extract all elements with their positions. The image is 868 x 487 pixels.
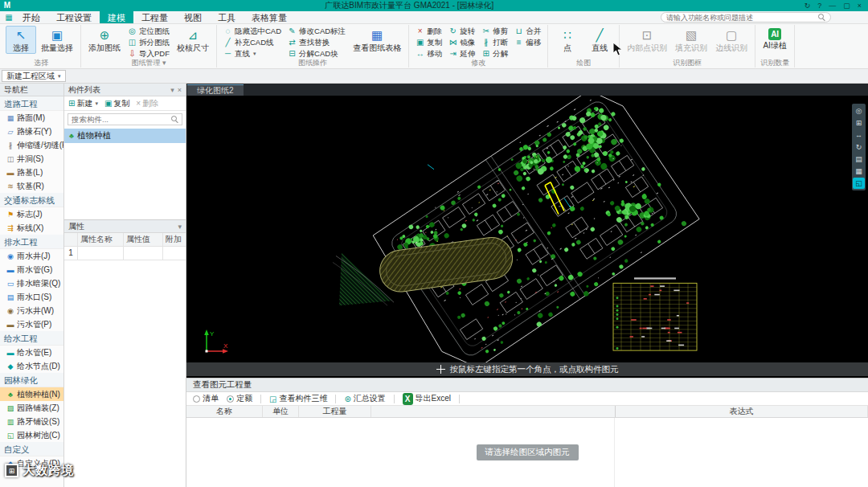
column-header: 属性值 (124, 233, 163, 246)
batch-select-button[interactable]: ▣批量选择 (38, 26, 76, 54)
component-search-input[interactable] (72, 115, 171, 124)
drawing-tab[interactable]: 绿化图纸2 (187, 84, 244, 96)
line-tool-button[interactable]: ╱直线 (584, 26, 615, 54)
nav-item[interactable]: ▬给水管(E) (0, 346, 63, 359)
summary-settings-button[interactable]: ⊛汇总设置 (344, 393, 385, 404)
nav-section-title[interactable]: 道路工程 (0, 96, 63, 111)
nav-item[interactable]: ▱路缘石(Y) (0, 125, 63, 138)
new-region-button[interactable]: 新建工程区域▾ (2, 70, 66, 82)
rotate-button[interactable]: ↻旋转 (446, 26, 477, 37)
line-button[interactable]: ─直线▾ (221, 48, 284, 59)
pin-icon[interactable]: ▾ (170, 86, 174, 94)
locate-drawing-button[interactable]: ◎定位图纸 (125, 26, 172, 37)
copy-button[interactable]: ▣复制 (413, 37, 444, 48)
refresh-icon[interactable]: ↻ (805, 0, 811, 11)
nav-item[interactable]: ⚑标志(J) (0, 207, 63, 221)
nav-item[interactable]: ◉雨水井(J) (0, 249, 63, 263)
app-menu-icon[interactable]: ▦ (3, 13, 14, 22)
export-excel-button[interactable]: X导出Excel (403, 393, 451, 405)
property-row[interactable]: 1 (64, 247, 186, 260)
edit-cad-label-button[interactable]: ✎修改CAD标注 (285, 26, 348, 37)
nav-section-title[interactable]: 园林绿化 (0, 373, 63, 387)
nav-item[interactable]: ▬污水管(P) (0, 317, 63, 331)
list-radio[interactable]: 清单 (193, 393, 219, 404)
menu-tab[interactable]: 建模 (100, 11, 133, 23)
extend-button[interactable]: ⇥延伸 (446, 48, 477, 59)
drawing-table-icon[interactable]: ▦ (853, 166, 865, 177)
nav-section-title[interactable]: 自定义 (0, 442, 63, 456)
nav-item[interactable]: ▤雨水口(S) (0, 290, 63, 304)
new-component-button[interactable]: ⊞新建▾ (68, 98, 98, 109)
view-drawing-table-button[interactable]: ▦查看图纸表格 (350, 26, 404, 54)
quota-radio[interactable]: 定额 (227, 393, 252, 404)
nav-item[interactable]: ▨园路铺装(Z) (0, 401, 63, 415)
measure-icon[interactable]: ◱ (853, 178, 865, 189)
delete-button[interactable]: ×删除 (413, 26, 444, 37)
mirror-button[interactable]: ⋈镜像 (446, 37, 477, 48)
edge-recognize-button[interactable]: ▢边线识别 (712, 26, 751, 54)
pin-icon[interactable]: ▾ (178, 223, 182, 231)
layers-icon[interactable]: ▤ (853, 153, 865, 165)
search-input[interactable] (666, 14, 818, 22)
ai-green-plant-button[interactable]: AIAI绿植 (760, 26, 790, 51)
close-button[interactable]: × (858, 0, 862, 11)
nav-item[interactable]: ◆给水节点(D) (0, 359, 63, 373)
nav-item[interactable]: ≋软基(R) (0, 179, 63, 193)
menu-tab[interactable]: 开始 (14, 11, 48, 23)
nav-item-label: 排水暗渠(Q) (17, 278, 60, 289)
select-cursor-button[interactable]: ↖选择 (6, 26, 36, 54)
view-3d-button[interactable]: ◲查看构件三维 (269, 393, 327, 404)
menu-tab[interactable]: 工程量 (133, 11, 176, 23)
nav-item[interactable]: ▬雨水管(G) (0, 263, 63, 276)
nav-item[interactable]: ◫井洞(S) (0, 152, 63, 166)
nav-item[interactable]: ◱园林树池(C) (0, 428, 63, 442)
minimize-button[interactable]: — (829, 0, 836, 11)
nav-item[interactable]: ♣植物种植(N) (0, 387, 63, 401)
component-item[interactable]: ♣植物种植 (64, 129, 186, 143)
menu-tab[interactable]: 工具 (210, 11, 244, 23)
menu-tab[interactable]: 视图 (176, 11, 210, 23)
sewage-well-icon: ◉ (6, 307, 14, 315)
move-button[interactable]: ↔移动 (413, 48, 444, 59)
trim-button[interactable]: ✂修剪 (479, 26, 510, 37)
explode-cad-block-button[interactable]: ⊟分解CAD块 (285, 48, 348, 59)
nav-item[interactable]: ◉污水井(W) (0, 304, 63, 317)
orbit-icon[interactable]: ↻ (853, 141, 865, 153)
nav-item[interactable]: ∦伸缩缝/切缝(F) (0, 138, 63, 152)
hide-selected-cad-button[interactable]: ◌隐藏选中CAD (221, 26, 284, 37)
import-pdf-button[interactable]: ⇩导入PDF (125, 48, 172, 59)
copy-component-button[interactable]: ▣复制 (104, 98, 129, 109)
function-search-box[interactable] (661, 12, 831, 23)
offset-button[interactable]: ≡偏移 (512, 37, 543, 48)
menu-tab[interactable]: 工程设置 (48, 11, 100, 23)
nav-item[interactable]: ▥路牙铺设(S) (0, 415, 63, 428)
nav-item[interactable]: ⇶标线(X) (0, 221, 63, 235)
component-search-box[interactable] (68, 113, 182, 125)
pan-icon[interactable]: ↔ (853, 129, 865, 141)
nav-item[interactable]: ▦路面(M) (0, 111, 63, 125)
maximize-button[interactable]: ▢ (843, 0, 850, 11)
delete-component-button[interactable]: ×删除 (136, 98, 158, 109)
nav-section-title[interactable]: 排水工程 (0, 235, 63, 249)
nav-section-title[interactable]: 给水工程 (0, 331, 63, 346)
fill-recognize-button[interactable]: ▧填充识别 (672, 26, 710, 54)
help-button[interactable]: ? (817, 0, 821, 11)
check-dimension-button[interactable]: ⊿校核尺寸 (174, 26, 212, 54)
inner-point-recognize-button[interactable]: ⊡内部点识别 (624, 26, 670, 54)
menu-tab[interactable]: 表格算量 (244, 11, 295, 23)
break-button[interactable]: ∦打断 (479, 37, 510, 48)
compass-icon[interactable]: ◎ (853, 105, 865, 117)
nav-item[interactable]: ▬路基(L) (0, 166, 63, 179)
add-cad-line-button[interactable]: ╱补充CAD线 (221, 37, 284, 48)
add-drawing-button[interactable]: ⊕添加图纸 (85, 26, 124, 54)
close-icon[interactable]: × (178, 86, 182, 94)
cad-canvas[interactable]: Y X ◎⊞↔↻▤▦◱ 按鼠标左键指定第一个角点，或点取构件图元 (186, 96, 868, 378)
explode-button[interactable]: ⊞分解 (479, 48, 510, 59)
merge-button[interactable]: ⊔合并 (512, 26, 543, 37)
find-replace-button[interactable]: ⇄查找替换 (285, 37, 348, 48)
split-drawing-button[interactable]: ◫拆分图纸 (125, 37, 172, 48)
point-tool-button[interactable]: ∷点 (552, 26, 583, 54)
nav-section-title[interactable]: 交通标志标线 (0, 193, 63, 207)
zoom-window-icon[interactable]: ⊞ (853, 117, 865, 129)
nav-item[interactable]: ▭排水暗渠(Q) (0, 276, 63, 290)
